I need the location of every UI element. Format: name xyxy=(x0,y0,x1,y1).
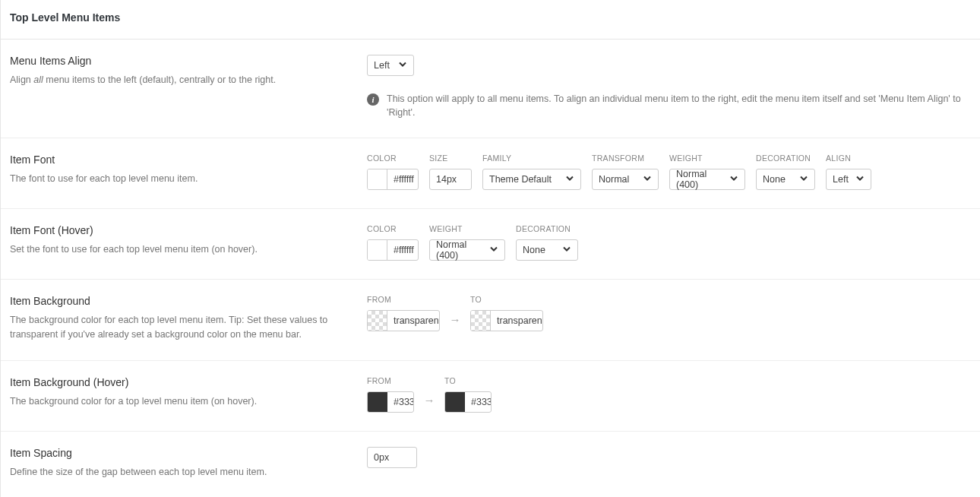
select-value: Left xyxy=(833,174,849,185)
font-color-field: COLOR #ffffff xyxy=(367,154,419,190)
bg-hover-to-field: TO #333 xyxy=(444,376,492,413)
row-item-spacing: Item Spacing Define the size of the gap … xyxy=(1,432,980,498)
row-controls: 0px xyxy=(367,447,971,480)
bg-to-field: TO transparent xyxy=(470,295,543,331)
select-value: Normal (400) xyxy=(676,169,723,190)
color-swatch xyxy=(445,392,465,412)
font-decoration-select[interactable]: None xyxy=(756,169,815,190)
field-label: FAMILY xyxy=(482,154,581,163)
select-value: None xyxy=(523,245,545,255)
field-label: WEIGHT xyxy=(429,224,505,233)
settings-panel: Top Level Menu Items Menu Items Align Al… xyxy=(0,0,980,497)
row-controls: COLOR #ffffff WEIGHT Normal (400) DECORA… xyxy=(367,224,971,261)
field-label: TO xyxy=(444,376,492,385)
chevron-down-icon xyxy=(489,245,498,256)
font-weight-field: WEIGHT Normal (400) xyxy=(669,154,745,190)
setting-description: The background color for a top level men… xyxy=(10,394,352,409)
font-hover-weight-select[interactable]: Normal (400) xyxy=(429,239,505,261)
field-label: ALIGN xyxy=(826,154,871,163)
font-family-field: FAMILY Theme Default xyxy=(482,154,581,190)
chevron-down-icon xyxy=(643,174,652,185)
row-item-background: Item Background The background color for… xyxy=(1,280,980,361)
info-notice: i This option will apply to all menu ite… xyxy=(367,93,971,119)
font-family-select[interactable]: Theme Default xyxy=(482,169,581,190)
row-label-area: Menu Items Align Align all menu items to… xyxy=(10,55,367,119)
font-hover-color-input[interactable]: #ffffff xyxy=(367,239,419,261)
color-swatch-transparent xyxy=(471,311,491,331)
arrow-right-icon: → xyxy=(422,390,437,411)
font-hover-color-field: COLOR #ffffff xyxy=(367,224,419,261)
field-label: TRANSFORM xyxy=(592,154,659,163)
bg-from-input[interactable]: transparent xyxy=(367,310,440,331)
item-spacing-input[interactable]: 0px xyxy=(367,447,417,468)
chevron-down-icon xyxy=(799,174,808,185)
color-swatch xyxy=(368,392,387,412)
field-label: DECORATION xyxy=(756,154,815,163)
bg-hover-to-input[interactable]: #333 xyxy=(444,391,492,413)
font-size-field: SIZE 14px xyxy=(429,154,472,190)
color-value: transparent xyxy=(387,315,440,326)
field-label: WEIGHT xyxy=(669,154,745,163)
setting-title: Item Font xyxy=(10,154,352,166)
font-align-select[interactable]: Left xyxy=(826,169,871,190)
setting-description: Define the size of the gap between each … xyxy=(10,465,352,480)
section-header: Top Level Menu Items xyxy=(1,0,980,40)
chevron-down-icon xyxy=(562,245,571,256)
color-swatch xyxy=(368,240,387,260)
row-label-area: Item Background The background color for… xyxy=(10,295,367,342)
row-controls: FROM transparent → TO transparent xyxy=(367,295,971,342)
select-value: Theme Default xyxy=(489,174,552,185)
color-value: #333 xyxy=(465,397,492,407)
info-text: This option will apply to all menu items… xyxy=(387,93,971,119)
color-swatch xyxy=(368,169,387,189)
field-label: FROM xyxy=(367,376,414,385)
setting-title: Item Font (Hover) xyxy=(10,224,352,236)
select-value: None xyxy=(763,174,786,185)
setting-title: Item Spacing xyxy=(10,447,352,459)
row-label-area: Item Font The font to use for each top l… xyxy=(10,154,367,190)
color-value: transparent xyxy=(491,315,543,326)
row-controls: COLOR #ffffff SIZE 14px FAMILY Theme Def xyxy=(367,154,971,190)
arrow-right-icon: → xyxy=(447,309,463,330)
color-value: #ffffff xyxy=(387,174,419,185)
setting-title: Menu Items Align xyxy=(10,55,352,67)
field-label: COLOR xyxy=(367,224,419,233)
field-label: DECORATION xyxy=(516,224,578,233)
chevron-down-icon xyxy=(565,174,574,185)
bg-from-field: FROM transparent xyxy=(367,295,440,331)
select-value: Normal (400) xyxy=(436,239,483,261)
setting-description: Align all menu items to the left (defaul… xyxy=(10,73,352,87)
font-align-field: ALIGN Left xyxy=(826,154,871,190)
font-color-input[interactable]: #ffffff xyxy=(367,169,419,190)
bg-to-input[interactable]: transparent xyxy=(470,310,543,331)
row-label-area: Item Background (Hover) The background c… xyxy=(10,376,367,413)
info-icon: i xyxy=(367,93,379,106)
font-transform-select[interactable]: Normal xyxy=(592,169,659,190)
font-hover-weight-field: WEIGHT Normal (400) xyxy=(429,224,505,261)
field-label: SIZE xyxy=(429,154,472,163)
section-title: Top Level Menu Items xyxy=(10,11,971,24)
setting-description: The font to use for each top level menu … xyxy=(10,172,352,186)
font-weight-select[interactable]: Normal (400) xyxy=(669,169,745,190)
font-hover-decoration-field: DECORATION None xyxy=(516,224,578,261)
menu-align-select[interactable]: Left xyxy=(367,55,414,76)
row-menu-items-align: Menu Items Align Align all menu items to… xyxy=(1,40,980,138)
row-label-area: Item Font (Hover) Set the font to use fo… xyxy=(10,224,367,261)
select-value: Left xyxy=(374,60,390,71)
setting-description: The background color for each top level … xyxy=(10,313,352,342)
row-item-font: Item Font The font to use for each top l… xyxy=(1,138,980,209)
row-item-background-hover: Item Background (Hover) The background c… xyxy=(1,361,980,432)
setting-description: Set the font to use for each top level m… xyxy=(10,242,352,257)
setting-title: Item Background xyxy=(10,295,352,307)
chevron-down-icon xyxy=(729,174,738,185)
color-value: #333 xyxy=(387,397,414,407)
color-value: #ffffff xyxy=(387,245,419,255)
chevron-down-icon xyxy=(398,60,407,71)
font-decoration-field: DECORATION None xyxy=(756,154,815,190)
row-item-font-hover: Item Font (Hover) Set the font to use fo… xyxy=(1,209,980,280)
bg-hover-from-input[interactable]: #333 xyxy=(367,391,414,413)
row-controls: FROM #333 → TO #333 xyxy=(367,376,971,413)
font-size-input[interactable]: 14px xyxy=(429,169,472,190)
row-controls: Left i This option will apply to all men… xyxy=(367,55,971,119)
font-hover-decoration-select[interactable]: None xyxy=(516,239,578,261)
